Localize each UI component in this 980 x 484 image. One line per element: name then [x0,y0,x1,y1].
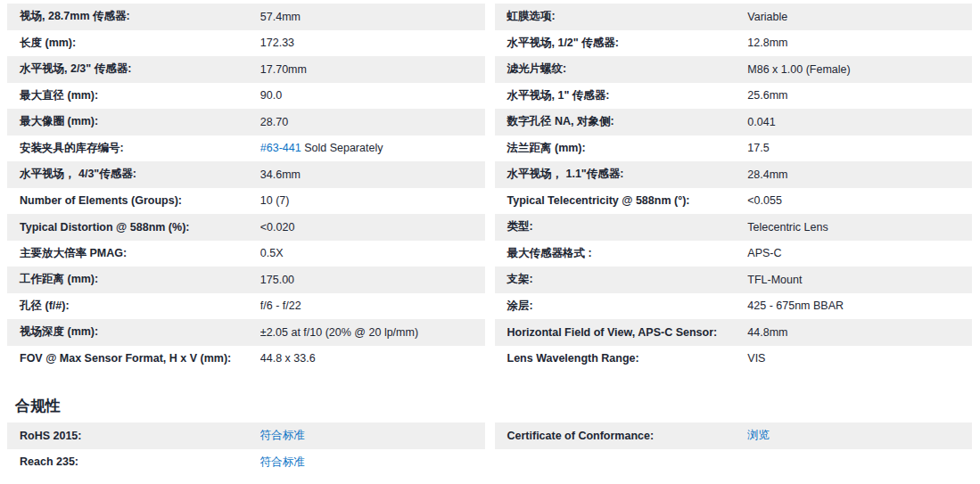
spec-row: Lens Wavelength Range: VIS [495,346,973,373]
spec-label: Typical Distortion @ 588nm (%): [7,221,260,234]
spec-label: FOV @ Max Sensor Format, H x V (mm): [7,352,260,365]
spec-label: 水平视场, 1/2" 传感器: [495,36,748,51]
spec-label: Reach 235: [7,455,260,468]
certificate-view-link[interactable]: 浏览 [747,429,770,441]
spec-value: 浏览 [747,428,972,443]
spec-value: 34.6mm [260,168,485,181]
spec-table: 视场, 28.7mm 传感器: 57.4mm 长度 (mm): 172.33 水… [0,4,980,372]
spec-value: TFL-Mount [747,274,972,286]
spec-row: 水平视场, 1" 传感器: 25.6mm [495,83,973,110]
spec-label: 视场深度 (mm): [7,324,260,340]
spec-value: VIS [747,352,972,365]
spec-label: Horizontal Field of View, APS-C Sensor: [495,326,748,339]
spec-label: 水平视场, 2/3" 传感器: [7,62,260,77]
spec-row: 涂层: 425 - 675nm BBAR [495,293,973,320]
spec-row: 视场深度 (mm): ±2.05 at f/10 (20% @ 20 lp/mm… [7,319,485,346]
spec-row: 法兰距离 (mm): 17.5 [495,135,973,162]
spec-label: 最大传感器格式 : [495,246,748,261]
spec-label: 水平视场， 4/3"传感器: [7,167,260,182]
spec-value: 符合标准 [260,428,485,443]
spec-label: Typical Telecentricity @ 588nm (°): [495,194,748,207]
spec-label: Number of Elements (Groups): [7,194,260,207]
spec-value: M86 x 1.00 (Female) [747,63,972,76]
spec-row: 孔径 (f/#): f/6 - f/22 [7,293,485,320]
spec-label: 视场, 28.7mm 传感器: [7,9,260,24]
spec-value: Telecentric Lens [747,221,972,234]
compliance-table: RoHS 2015: 符合标准 Reach 235: 符合标准 Certific… [0,422,980,475]
spec-value: 17.70mm [260,63,485,76]
spec-label: 水平视场， 1.1"传感器: [495,167,748,182]
spec-label: Certificate of Conformance: [495,430,748,442]
spec-row: 水平视场， 1.1"传感器: 28.4mm [495,161,973,188]
spec-row: 虹膜选项: Variable [495,4,973,30]
spec-row: FOV @ Max Sensor Format, H x V (mm): 44.… [7,346,485,373]
spec-label: 最大直径 (mm): [7,88,260,103]
compliance-column-left: RoHS 2015: 符合标准 Reach 235: 符合标准 [7,422,485,475]
spec-value: 17.5 [747,142,972,154]
spec-row: Number of Elements (Groups): 10 (7) [7,188,485,215]
spec-value: APS-C [747,247,972,259]
spec-value-suffix: Sold Separately [301,142,383,154]
spec-row: 数字孔径 NA, 对象侧: 0.041 [495,109,973,135]
spec-value: 10 (7) [260,194,485,207]
spec-value: 0.5X [260,247,485,259]
spec-label: 长度 (mm): [7,36,260,51]
spec-row: 工作距离 (mm): 175.00 [7,267,485,293]
spec-label: 孔径 (f/#): [7,299,260,314]
spec-column-right: 虹膜选项: Variable 水平视场, 1/2" 传感器: 12.8mm 滤光… [495,4,973,372]
spec-row: Certificate of Conformance: 浏览 [495,422,973,449]
spec-label: Lens Wavelength Range: [495,352,748,365]
lens-spec-page: 视场, 28.7mm 传感器: 57.4mm 长度 (mm): 172.33 水… [0,0,980,475]
spec-label: 法兰距离 (mm): [495,141,748,156]
spec-row: 视场, 28.7mm 传感器: 57.4mm [7,4,485,30]
spec-label: 工作距离 (mm): [7,272,260,287]
spec-value: 28.70 [260,116,485,128]
reach-compliance-link[interactable]: 符合标准 [260,455,305,468]
spec-value: 28.4mm [747,168,972,181]
spec-value: 425 - 675nm BBAR [747,299,972,312]
spec-label: 最大像圈 (mm): [7,114,260,129]
spec-value: 44.8 x 33.6 [260,352,485,365]
spec-value: #63-441 Sold Separately [260,142,485,154]
spec-row: Horizontal Field of View, APS-C Sensor: … [495,319,973,346]
spec-value: 符合标准 [260,455,485,470]
spec-row: 主要放大倍率 PMAG: 0.5X [7,241,485,267]
spec-label: 主要放大倍率 PMAG: [7,246,260,261]
rohs-compliance-link[interactable]: 符合标准 [260,429,305,441]
spec-row: Reach 235: 符合标准 [7,449,485,476]
spec-value: 12.8mm [747,37,972,49]
spec-value: 0.041 [747,116,972,128]
spec-row: Typical Distortion @ 588nm (%): <0.020 [7,214,485,241]
spec-value: ±2.05 at f/10 (20% @ 20 lp/mm) [260,326,485,339]
spec-value: 57.4mm [260,11,485,23]
spec-row: 类型: Telecentric Lens [495,214,973,241]
spec-label: 水平视场, 1" 传感器: [495,88,748,103]
spec-value: <0.020 [260,221,485,234]
spec-row: Typical Telecentricity @ 588nm (°): <0.0… [495,188,973,215]
spec-row: 支架: TFL-Mount [495,267,973,293]
spec-row: 最大直径 (mm): 90.0 [7,83,485,110]
spec-value: f/6 - f/22 [260,299,485,312]
compliance-column-right: Certificate of Conformance: 浏览 [495,422,973,475]
spec-value: <0.055 [747,194,972,207]
spec-row: 水平视场， 4/3"传感器: 34.6mm [7,161,485,188]
spec-label: 滤光片螺纹: [495,62,748,77]
spec-row: 最大像圈 (mm): 28.70 [7,109,485,135]
spec-row: 水平视场, 2/3" 传感器: 17.70mm [7,56,485,83]
spec-label: 虹膜选项: [495,9,748,24]
spec-value: 172.33 [260,37,485,49]
spec-value: 44.8mm [747,326,972,339]
stock-number-link[interactable]: #63-441 [260,142,301,154]
spec-label: 安装夹具的库存编号: [7,141,260,156]
spec-label: RoHS 2015: [7,430,260,442]
spec-row: RoHS 2015: 符合标准 [7,422,485,449]
spec-value: 175.00 [260,274,485,286]
spec-row: 最大传感器格式 : APS-C [495,241,973,267]
spec-value: Variable [747,11,972,23]
spec-label: 类型: [495,219,748,234]
spec-value: 25.6mm [747,89,972,102]
spec-value: 90.0 [260,89,485,102]
spec-column-left: 视场, 28.7mm 传感器: 57.4mm 长度 (mm): 172.33 水… [7,4,485,372]
spec-label: 支架: [495,272,748,287]
compliance-heading: 合规性 [15,396,980,416]
